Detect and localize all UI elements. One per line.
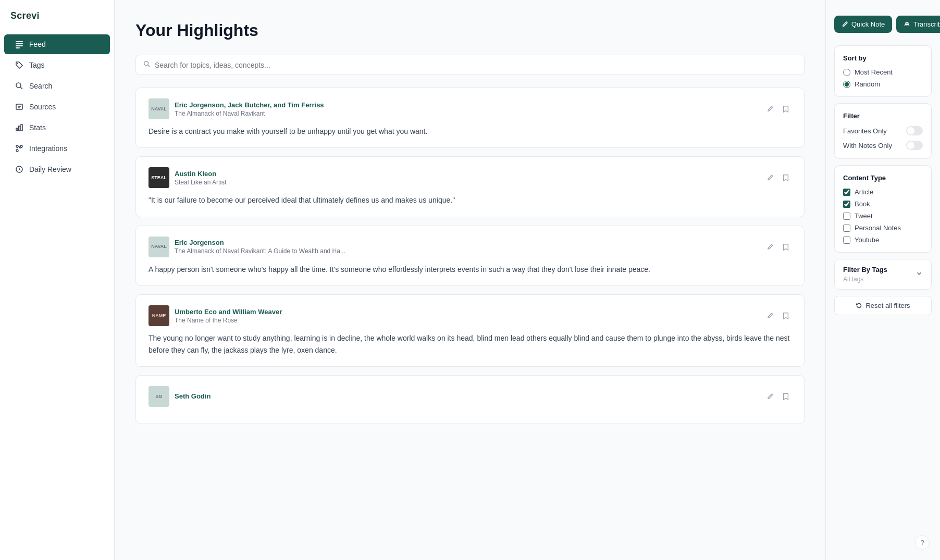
filter-title: Filter xyxy=(843,112,923,120)
card-text-2: "It is our failure to become our perceiv… xyxy=(149,194,791,206)
card-author-1[interactable]: Eric Jorgenson, Jack Butcher, and Tim Fe… xyxy=(175,101,324,109)
card-edit-btn-2[interactable] xyxy=(764,173,776,182)
card-thumbnail-1: NAVAL xyxy=(149,98,169,119)
card-author-5[interactable]: Seth Godin xyxy=(175,392,211,400)
content-type-personal-notes[interactable]: Personal Notes xyxy=(843,224,923,232)
card-thumbnail-3: NAVAL xyxy=(149,237,169,257)
highlight-card-4: NAME Umberto Eco and William Weaver The … xyxy=(135,294,805,367)
svg-rect-10 xyxy=(16,128,18,131)
help-button[interactable]: ? xyxy=(915,535,930,550)
filter-section: Filter Favorites Only With Notes Only xyxy=(834,103,932,159)
highlight-card-3: NAVAL Eric Jorgenson The Almanack of Nav… xyxy=(135,226,805,286)
card-author-4[interactable]: Umberto Eco and William Weaver xyxy=(175,308,282,316)
content-type-section: Content Type Article Book Tweet Personal… xyxy=(834,165,932,253)
search-input[interactable] xyxy=(155,61,797,69)
card-book-2: Steal Like an Artist xyxy=(175,179,226,186)
sort-by-section: Sort by Most Recent Random xyxy=(834,45,932,97)
filter-toggle-group: Favorites Only With Notes Only xyxy=(843,126,923,150)
sources-icon xyxy=(15,102,24,111)
card-bookmark-btn-4[interactable] xyxy=(780,311,791,320)
filter-by-tags-value: All tags xyxy=(843,276,887,283)
sidebar-item-daily-review[interactable]: Daily Review xyxy=(4,159,110,179)
svg-line-6 xyxy=(20,87,22,89)
sidebar-item-feed[interactable]: Feed xyxy=(4,34,110,54)
highlight-card-2: STEAL Austin Kleon Steal Like an Artist … xyxy=(135,156,805,217)
sidebar-label-search: Search xyxy=(29,82,52,90)
card-bookmark-btn-2[interactable] xyxy=(780,173,791,182)
sort-by-title: Sort by xyxy=(843,54,923,62)
app-logo: Screvi xyxy=(0,10,114,34)
svg-rect-0 xyxy=(16,41,23,42)
sidebar-item-sources[interactable]: Sources xyxy=(4,97,110,117)
svg-point-17 xyxy=(144,61,149,66)
card-thumbnail-5: SG xyxy=(149,386,169,407)
sort-most-recent[interactable]: Most Recent xyxy=(843,68,923,76)
card-thumbnail-4: NAME xyxy=(149,305,169,326)
favorites-toggle[interactable] xyxy=(906,126,923,135)
sidebar-item-stats[interactable]: Stats xyxy=(4,118,110,138)
tag-icon xyxy=(15,60,24,70)
filter-with-notes-only[interactable]: With Notes Only xyxy=(843,141,923,150)
svg-rect-11 xyxy=(19,126,20,131)
content-type-tweet[interactable]: Tweet xyxy=(843,212,923,220)
card-author-3[interactable]: Eric Jorgenson xyxy=(175,239,345,246)
card-edit-btn-4[interactable] xyxy=(764,311,776,320)
sidebar-item-search[interactable]: Search xyxy=(4,76,110,96)
card-book-4: The Name of the Rose xyxy=(175,317,282,324)
sidebar-item-integrations[interactable]: Integrations xyxy=(4,139,110,158)
sort-radio-group: Most Recent Random xyxy=(843,68,923,88)
sidebar-label-tags: Tags xyxy=(29,61,45,69)
card-author-2[interactable]: Austin Kleon xyxy=(175,170,226,178)
content-type-article[interactable]: Article xyxy=(843,188,923,196)
sidebar-label-sources: Sources xyxy=(29,103,56,111)
highlight-card-1: NAVAL Eric Jorgenson, Jack Butcher, and … xyxy=(135,88,805,148)
search-bar-icon xyxy=(143,60,151,69)
integrations-icon xyxy=(15,144,24,153)
content-type-book[interactable]: Book xyxy=(843,200,923,208)
content-type-title: Content Type xyxy=(843,174,923,182)
transcribe-button[interactable]: Transcribe xyxy=(896,16,940,33)
stats-icon xyxy=(15,123,24,132)
card-bookmark-btn-1[interactable] xyxy=(780,104,791,114)
card-edit-btn-1[interactable] xyxy=(764,104,776,114)
search-bar xyxy=(135,55,805,75)
svg-rect-7 xyxy=(16,104,22,109)
sidebar: Screvi Feed Tags Search Sources Stats xyxy=(0,0,115,560)
filter-favorites-only[interactable]: Favorites Only xyxy=(843,126,923,135)
card-edit-btn-5[interactable] xyxy=(764,392,776,401)
sidebar-label-daily-review: Daily Review xyxy=(29,165,71,173)
search-icon xyxy=(15,81,24,91)
card-book-3: The Almanack of Naval Ravikant: A Guide … xyxy=(175,247,345,255)
chevron-down-icon xyxy=(916,270,923,279)
sidebar-label-feed: Feed xyxy=(29,40,46,48)
content-type-youtube[interactable]: Youtube xyxy=(843,236,923,244)
main-content: Your Highlights NAVAL Eric Jorgenson, Ja… xyxy=(115,0,825,560)
svg-rect-1 xyxy=(16,43,23,44)
sidebar-label-stats: Stats xyxy=(29,123,46,132)
svg-point-4 xyxy=(17,63,18,64)
reset-filters-button[interactable]: Reset all filters xyxy=(834,296,932,315)
quick-note-button[interactable]: Quick Note xyxy=(834,16,892,33)
card-text-4: The young no longer want to study anythi… xyxy=(149,332,791,356)
sort-random[interactable]: Random xyxy=(843,80,923,88)
card-bookmark-btn-3[interactable] xyxy=(780,242,791,252)
card-text-1: Desire is a contract you make with yours… xyxy=(149,126,791,137)
action-buttons: Quick Note Transcribe xyxy=(834,16,932,33)
filter-by-tags[interactable]: Filter By Tags All tags xyxy=(834,259,932,290)
card-thumbnail-2: STEAL xyxy=(149,167,169,188)
card-bookmark-btn-5[interactable] xyxy=(780,392,791,401)
card-text-3: A happy person isn't someone who's happy… xyxy=(149,264,791,275)
content-type-checkboxes: Article Book Tweet Personal Notes Youtub… xyxy=(843,188,923,244)
card-edit-btn-3[interactable] xyxy=(764,242,776,252)
svg-line-18 xyxy=(148,65,150,67)
svg-rect-12 xyxy=(21,125,22,131)
page-title: Your Highlights xyxy=(135,21,805,40)
sidebar-item-tags[interactable]: Tags xyxy=(4,55,110,75)
filter-by-tags-title: Filter By Tags xyxy=(843,266,887,273)
sidebar-label-integrations: Integrations xyxy=(29,144,67,153)
notes-toggle[interactable] xyxy=(906,141,923,150)
daily-review-icon xyxy=(15,165,24,174)
highlight-card-5: SG Seth Godin xyxy=(135,375,805,424)
svg-point-14 xyxy=(20,145,22,147)
svg-rect-2 xyxy=(16,45,23,46)
